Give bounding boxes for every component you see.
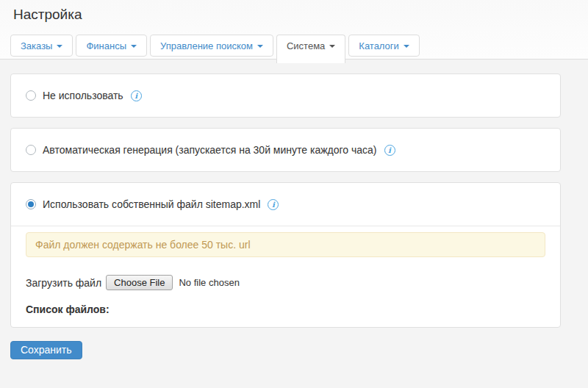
option-row: Автоматическая генерация (запускается на… <box>11 129 560 171</box>
caret-down-icon <box>57 45 62 48</box>
settings-content: Не использовать i Автоматическая генерац… <box>0 60 588 388</box>
option-row: Использовать собственный файл sitemap.xm… <box>11 183 560 226</box>
caret-down-icon <box>329 45 335 48</box>
option-panel-auto-generation: Автоматическая генерация (запускается на… <box>10 128 561 172</box>
upload-label: Загрузить файл <box>26 277 101 289</box>
caret-down-icon <box>257 45 263 48</box>
tab-orders[interactable]: Заказы <box>10 35 73 57</box>
caret-down-icon <box>404 45 409 48</box>
file-list-heading: Список файлов: <box>26 303 545 315</box>
caret-down-icon <box>131 45 137 48</box>
radio-own-file[interactable] <box>26 199 36 209</box>
option-row: Не использовать i <box>11 74 560 117</box>
page-title: Настройка <box>13 7 82 23</box>
option-label: Автоматическая генерация (запускается на… <box>43 144 377 156</box>
info-icon[interactable]: i <box>384 145 395 156</box>
tab-search-management[interactable]: Управление поиском <box>150 35 273 57</box>
tab-catalogs[interactable]: Каталоги <box>348 35 420 57</box>
file-status-text: No file chosen <box>179 277 239 288</box>
save-button[interactable]: Сохранить <box>10 341 82 359</box>
tab-label: Каталоги <box>359 40 399 51</box>
tab-label: Управление поиском <box>160 40 253 51</box>
info-icon[interactable]: i <box>268 199 279 210</box>
choose-file-button[interactable]: Choose File <box>106 275 173 290</box>
radio-auto-generation[interactable] <box>26 145 36 155</box>
option-label: Использовать собственный файл sitemap.xm… <box>43 198 260 210</box>
option-label: Не использовать <box>43 90 123 101</box>
info-icon[interactable]: i <box>131 90 142 101</box>
tab-finances[interactable]: Финансы <box>76 35 147 57</box>
tab-bar: Заказы Финансы Управление поиском Систем… <box>10 35 420 63</box>
own-file-section: Файл должен содержать не более 50 тыс. u… <box>11 226 560 327</box>
page-header: Настройка Заказы Финансы Управление поис… <box>0 0 588 60</box>
tab-label: Финансы <box>86 40 126 51</box>
radio-not-use[interactable] <box>26 90 36 101</box>
tab-label: Система <box>287 40 325 51</box>
upload-row: Загрузить файл Choose File No file chose… <box>26 275 545 290</box>
tab-system[interactable]: Система <box>276 35 345 63</box>
tab-label: Заказы <box>21 40 52 51</box>
option-panel-not-use: Не использовать i <box>10 73 561 118</box>
file-size-warning: Файл должен содержать не более 50 тыс. u… <box>26 232 545 257</box>
option-panel-own-file: Использовать собственный файл sitemap.xm… <box>10 182 561 328</box>
